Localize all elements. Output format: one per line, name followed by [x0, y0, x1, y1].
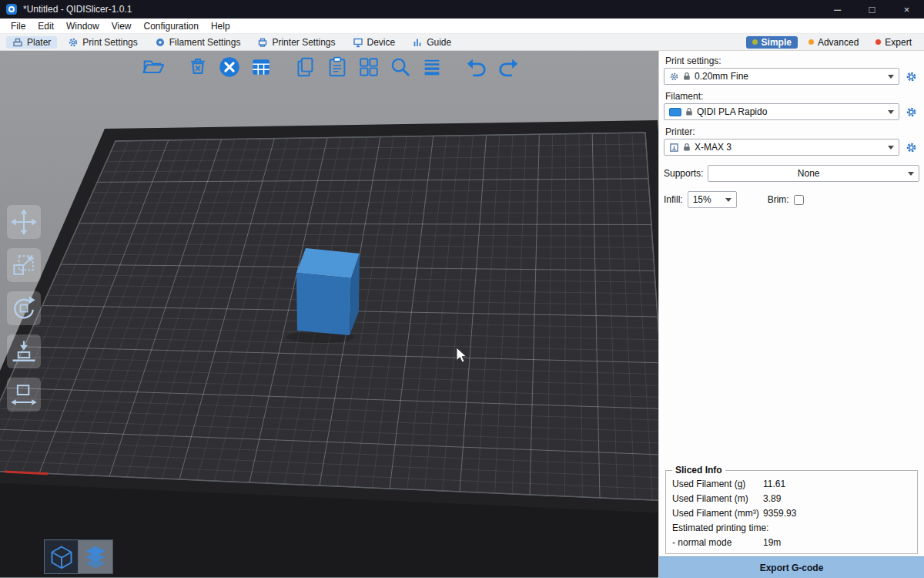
- split-to-parts-button[interactable]: [355, 53, 383, 81]
- filament-gear-button[interactable]: [902, 103, 919, 120]
- gear-icon: [905, 106, 918, 119]
- preview-layers-icon: [82, 544, 109, 570]
- chevron-down-icon: [888, 146, 894, 150]
- tab-print-settings-label: Print Settings: [82, 37, 137, 48]
- side-panel: Print settings: 0.20mm Fine Filament: QI…: [658, 51, 924, 578]
- filament-combo[interactable]: QIDI PLA Rapido: [664, 103, 899, 120]
- device-icon: [353, 37, 363, 48]
- mode-simple-label: Simple: [762, 37, 792, 48]
- brim-label: Brim:: [768, 194, 789, 205]
- mode-advanced-label: Advanced: [818, 37, 859, 48]
- brim-checkbox[interactable]: [794, 195, 804, 205]
- sliced-info-row: Used Filament (g) 11.61: [671, 476, 912, 491]
- printer-icon: [669, 143, 679, 153]
- menu-view[interactable]: View: [105, 18, 138, 33]
- profile-gear-icon: [669, 72, 679, 82]
- close-button[interactable]: ×: [889, 0, 924, 18]
- maximize-button[interactable]: □: [855, 0, 889, 18]
- variable-layer-height-icon: [420, 55, 444, 79]
- tab-guide[interactable]: Guide: [406, 36, 457, 49]
- chevron-down-icon: [888, 110, 894, 114]
- delete-button[interactable]: [184, 53, 212, 81]
- tab-printer-settings[interactable]: Printer Settings: [251, 36, 341, 49]
- menu-help[interactable]: Help: [205, 18, 236, 33]
- mode-advanced[interactable]: Advanced: [802, 36, 865, 49]
- viewport-3d-scene[interactable]: [0, 51, 658, 577]
- sliced-info-title: Sliced Info: [672, 465, 725, 476]
- tab-device[interactable]: Device: [346, 36, 402, 49]
- gear-icon: [905, 141, 918, 154]
- open-button[interactable]: [139, 53, 167, 81]
- print-settings-label: Print settings:: [665, 55, 918, 66]
- filament-value: QIDI PLA Rapido: [697, 106, 884, 117]
- printer-gear-button[interactable]: [902, 139, 919, 156]
- menu-file[interactable]: File: [5, 18, 32, 33]
- redo-button[interactable]: [494, 53, 522, 81]
- view-toggle: [44, 539, 113, 574]
- viewport-toolbar: [139, 53, 522, 81]
- arrange-button[interactable]: [247, 53, 275, 81]
- place-on-face-tool-button[interactable]: [7, 334, 41, 368]
- tab-print-settings[interactable]: Print Settings: [62, 36, 143, 49]
- mode-expert[interactable]: Expert: [869, 36, 918, 49]
- open-folder-icon: [142, 55, 165, 79]
- copy-button[interactable]: [292, 53, 320, 81]
- move-icon: [9, 207, 38, 237]
- guide-icon: [412, 37, 423, 48]
- sliced-info-row: Used Filament (m) 3.89: [671, 491, 912, 506]
- tab-filament-settings[interactable]: Filament Settings: [149, 36, 247, 49]
- advanced-mode-dot-icon: [808, 39, 814, 45]
- model-cube-top[interactable]: [296, 248, 360, 278]
- tab-filament-settings-label: Filament Settings: [169, 37, 241, 48]
- search-button[interactable]: [387, 53, 414, 81]
- paste-icon: [326, 55, 349, 79]
- print-settings-combo[interactable]: 0.20mm Fine: [664, 68, 899, 85]
- mode-expert-label: Expert: [885, 37, 912, 48]
- expert-mode-dot-icon: [875, 39, 881, 45]
- mode-simple[interactable]: Simple: [746, 36, 798, 49]
- editor-view-button[interactable]: [44, 539, 79, 574]
- app-logo-icon: [6, 4, 17, 15]
- infill-value: 15%: [693, 194, 721, 205]
- window-title: *Untitled - QIDISlicer-1.0.1: [23, 4, 132, 15]
- filament-label: Filament:: [665, 91, 918, 102]
- measure-tool-button[interactable]: [7, 378, 41, 412]
- rotate-tool-button[interactable]: [7, 291, 41, 325]
- lock-icon: [683, 143, 691, 152]
- simple-mode-dot-icon: [752, 39, 758, 45]
- supports-label: Supports:: [664, 168, 703, 179]
- tab-plater[interactable]: Plater: [6, 36, 57, 49]
- paste-button[interactable]: [323, 53, 351, 81]
- minimize-button[interactable]: ─: [820, 0, 855, 18]
- menu-window[interactable]: Window: [60, 18, 105, 33]
- supports-combo[interactable]: None: [708, 165, 919, 182]
- scale-tool-button[interactable]: [7, 248, 41, 282]
- sliced-info-row: Estimated printing time:: [671, 520, 912, 535]
- export-gcode-button[interactable]: Export G-code: [659, 556, 924, 578]
- measure-icon: [9, 380, 38, 409]
- variable-layer-height-button[interactable]: [418, 53, 446, 81]
- infill-label: Infill:: [664, 194, 683, 205]
- infill-combo[interactable]: 15%: [688, 191, 737, 208]
- title-bar: *Untitled - QIDISlicer-1.0.1 ─ □ ×: [0, 0, 924, 18]
- print-settings-gear-button[interactable]: [902, 68, 919, 85]
- printer-label: Printer:: [665, 126, 918, 137]
- app-window: *Untitled - QIDISlicer-1.0.1 ─ □ × File …: [0, 0, 924, 578]
- printer-icon: [257, 37, 268, 48]
- arrange-icon: [249, 55, 273, 79]
- viewport-3d[interactable]: [0, 51, 658, 578]
- printer-combo[interactable]: X-MAX 3: [664, 139, 899, 156]
- model-cube-front[interactable]: [296, 273, 351, 335]
- redo-icon: [497, 55, 520, 79]
- menu-edit[interactable]: Edit: [32, 18, 60, 33]
- undo-button[interactable]: [463, 53, 490, 81]
- delete-icon: [186, 55, 209, 79]
- menu-configuration[interactable]: Configuration: [138, 18, 205, 33]
- delete-all-button[interactable]: [216, 53, 243, 81]
- move-tool-button[interactable]: [7, 205, 41, 239]
- preview-view-button[interactable]: [79, 539, 113, 574]
- chevron-down-icon: [725, 198, 732, 202]
- scale-icon: [9, 250, 38, 280]
- tab-device-label: Device: [367, 37, 396, 48]
- chevron-down-icon: [888, 75, 894, 79]
